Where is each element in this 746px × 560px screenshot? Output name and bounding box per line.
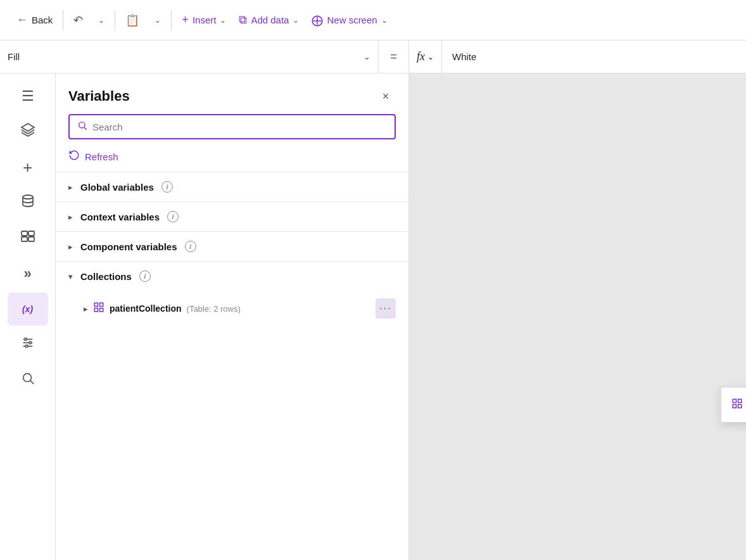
svg-rect-5 [28, 237, 34, 241]
component-chevron-icon: ▸ [68, 242, 73, 251]
back-arrow-icon: ← [16, 13, 28, 27]
svg-rect-21 [738, 399, 742, 402]
plus-icon: + [23, 158, 32, 177]
global-chevron-icon: ▸ [68, 182, 73, 192]
view-table-menu-item[interactable]: View Table [721, 390, 746, 419]
sidebar-layers-button[interactable] [8, 115, 48, 148]
icon-sidebar: ☰ + [0, 73, 56, 560]
add-data-icon: ⧉ [239, 13, 247, 27]
panel-header: Variables × [56, 73, 408, 114]
new-screen-button[interactable]: ⨁ New screen ⌄ [305, 10, 393, 31]
insert-label: Insert [193, 15, 217, 25]
new-screen-label: New screen [327, 15, 377, 25]
canvas-area: View Table [409, 73, 746, 560]
svg-rect-18 [94, 309, 98, 312]
collection-expand-icon: ▸ [84, 304, 88, 314]
sidebar-advanced-button[interactable]: » [8, 257, 48, 290]
sidebar-settings-button[interactable] [8, 328, 48, 361]
main-layout: ☰ + [0, 73, 746, 560]
global-variables-label: Global variables [80, 182, 154, 193]
formula-value: White [442, 51, 746, 62]
collection-name: patientCollection [110, 303, 182, 314]
sidebar-media-button[interactable] [8, 222, 48, 255]
variables-icon: (x) [22, 304, 33, 314]
toolbar-back-group: ← Back [10, 10, 59, 30]
media-icon [20, 229, 35, 248]
divider-2 [115, 10, 115, 30]
svg-rect-4 [22, 237, 27, 241]
svg-rect-16 [94, 303, 98, 306]
layers-icon [20, 122, 35, 141]
svg-marker-0 [22, 124, 34, 131]
add-data-chevron-icon: ⌄ [293, 16, 299, 25]
svg-rect-17 [100, 303, 103, 306]
toolbar-paste-group: 📋 ⌄ [119, 10, 167, 31]
sidebar-add-button[interactable]: + [8, 151, 48, 184]
context-variables-row[interactable]: ▸ Context variables i [56, 202, 408, 231]
svg-point-12 [23, 374, 31, 382]
svg-line-13 [30, 381, 34, 384]
fx-icon: fx [417, 50, 425, 63]
refresh-row[interactable]: Refresh [56, 144, 408, 172]
divider-1 [63, 10, 63, 30]
context-variables-info-icon: i [167, 211, 179, 222]
collections-chevron-icon: ▾ [68, 272, 73, 281]
fx-chevron-icon: ⌄ [427, 53, 434, 61]
svg-point-1 [23, 195, 33, 199]
panel-close-button[interactable]: × [376, 86, 396, 106]
formula-property-label: Fill [8, 51, 20, 62]
sidebar-data-button[interactable] [8, 186, 48, 219]
search-input[interactable] [92, 122, 387, 132]
sidebar-search-button[interactable] [8, 364, 48, 397]
new-screen-icon: ⨁ [312, 13, 323, 27]
component-variables-row[interactable]: ▸ Component variables i [56, 232, 408, 261]
sidebar-menu-button[interactable]: ☰ [8, 80, 48, 113]
global-variables-info-icon: i [161, 181, 173, 193]
data-icon [20, 193, 35, 212]
svg-point-9 [24, 338, 27, 341]
sidebar-variables-button[interactable]: (x) [8, 293, 48, 326]
add-data-button[interactable]: ⧉ Add data ⌄ [232, 10, 305, 30]
undo-chevron-button[interactable]: ⌄ [92, 12, 111, 29]
insert-chevron-icon: ⌄ [220, 16, 226, 25]
undo-button[interactable]: ↶ [67, 10, 89, 31]
menu-icon: ☰ [22, 88, 34, 105]
patient-collection-row[interactable]: ▸ patientCollection (Table: 2 rows) ··· [56, 291, 408, 326]
collections-label: Collections [80, 271, 132, 282]
svg-point-10 [28, 341, 31, 344]
chevron-down-icon-2: ⌄ [155, 16, 161, 25]
component-variables-info-icon: i [185, 241, 196, 252]
global-variables-row[interactable]: ▸ Global variables i [56, 172, 408, 201]
formula-fx-button[interactable]: fx ⌄ [409, 41, 442, 73]
paste-button[interactable]: 📋 [119, 10, 146, 31]
clipboard-icon: 📋 [125, 13, 139, 27]
plus-icon: + [182, 13, 189, 27]
insert-button[interactable]: + Insert ⌄ [175, 10, 232, 30]
formula-bar: Fill ⌄ = fx ⌄ White [0, 41, 746, 73]
new-screen-chevron-icon: ⌄ [381, 16, 388, 25]
collections-row[interactable]: ▾ Collections i [56, 262, 408, 291]
svg-rect-2 [22, 231, 27, 236]
svg-rect-22 [733, 405, 736, 408]
back-label: Back [32, 15, 53, 25]
formula-property-selector[interactable]: Fill ⌄ [0, 41, 379, 73]
formula-equals: = [379, 41, 409, 73]
svg-rect-3 [28, 231, 34, 236]
refresh-icon [68, 150, 80, 164]
chevron-down-icon: ⌄ [98, 16, 104, 25]
context-menu: View Table [721, 387, 746, 423]
search-icon [21, 371, 35, 389]
context-chevron-icon: ▸ [68, 212, 73, 222]
panel-title: Variables [68, 88, 130, 105]
collection-grid-icon [93, 302, 104, 315]
paste-chevron-button[interactable]: ⌄ [148, 12, 167, 29]
collection-more-button[interactable]: ··· [376, 298, 396, 319]
add-data-label: Add data [251, 15, 289, 25]
view-table-icon [731, 398, 743, 412]
svg-rect-23 [738, 405, 742, 408]
divider-3 [171, 10, 172, 30]
svg-rect-20 [733, 399, 736, 402]
context-variables-label: Context variables [80, 212, 160, 222]
search-box[interactable] [68, 114, 396, 139]
back-button[interactable]: ← Back [10, 10, 59, 30]
